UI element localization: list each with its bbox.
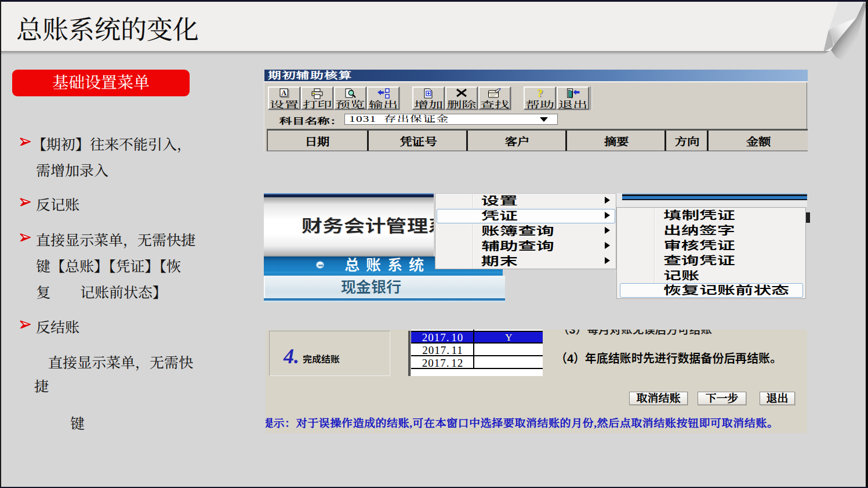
svg-text:?: ? [537,88,543,99]
svg-text:A: A [281,89,286,97]
